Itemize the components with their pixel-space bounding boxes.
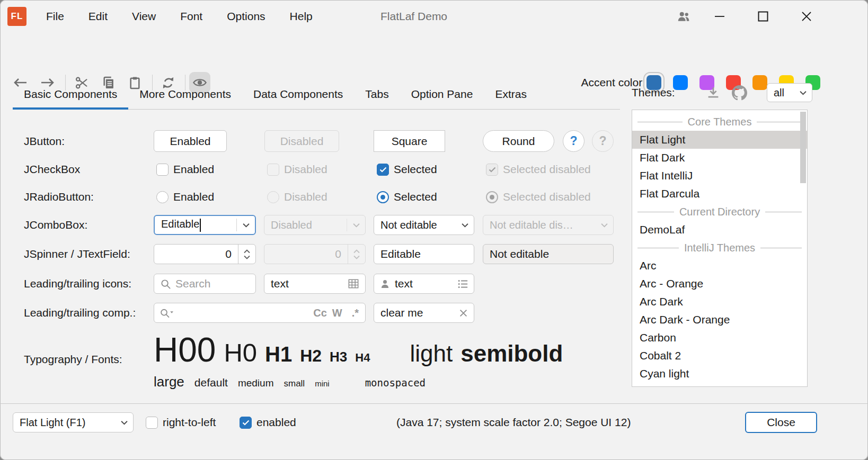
checkbox-enabled[interactable]: Enabled: [156, 163, 214, 176]
search-field[interactable]: Search: [154, 274, 256, 294]
chevron-down-icon[interactable]: [237, 223, 255, 228]
search-field-with-options[interactable]: Cc W .*: [154, 303, 366, 323]
theme-item-cobalt-2[interactable]: Cobalt 2: [632, 347, 807, 365]
h0-sample: H0: [224, 338, 257, 367]
leading-trailing-comp-row-label: Leading/trailing comp.:: [24, 303, 136, 323]
h1-sample: H1: [265, 342, 292, 366]
textfield-value: Not editable: [483, 248, 549, 260]
textfield-value[interactable]: Editable: [374, 248, 421, 260]
theme-item-flat-dark[interactable]: Flat Dark: [632, 149, 807, 167]
combobox-value[interactable]: Editable: [155, 218, 236, 231]
themes-filter-combobox[interactable]: all: [767, 83, 812, 102]
spinner-buttons: [348, 245, 365, 264]
tab-option-pane[interactable]: Option Pane: [400, 79, 484, 109]
accent-swatch-blue[interactable]: [673, 75, 688, 90]
theme-item-flat-intellij[interactable]: Flat IntelliJ: [632, 167, 807, 185]
theme-item-arc-orange[interactable]: Arc - Orange: [632, 275, 807, 293]
tab-more-components[interactable]: More Components: [128, 79, 242, 109]
close-window-button[interactable]: [794, 0, 819, 33]
jbutton-row-label: JButton:: [24, 130, 65, 152]
textfield-value[interactable]: text: [264, 277, 348, 290]
enabled-checkbox[interactable]: enabled: [240, 416, 296, 429]
theme-item-demolaf[interactable]: DemoLaf: [632, 221, 807, 239]
chevron-down-icon: [794, 91, 812, 95]
jcheckbox-row-label: JCheckBox: [24, 162, 80, 177]
tab-basic-components[interactable]: Basic Components: [13, 79, 128, 109]
jspinner-row-label: JSpinner / JTextField:: [24, 244, 130, 264]
theme-item-arc[interactable]: Arc: [632, 257, 807, 275]
radio-selected-disabled: Selected disabled: [486, 191, 591, 203]
flatlaf-demo-window: FL File Edit View Font Options Help Flat…: [0, 0, 868, 460]
theme-item-flat-darcula[interactable]: Flat Darcula: [632, 185, 807, 203]
search-placeholder: Search: [171, 277, 211, 290]
chevron-down-icon: [456, 223, 474, 228]
square-button[interactable]: Square: [374, 130, 445, 152]
spinner-enabled[interactable]: 0: [154, 244, 256, 264]
round-button[interactable]: Round: [483, 130, 554, 152]
theme-item-flat-light[interactable]: Flat Light: [632, 131, 807, 149]
radio-selected-icon: [377, 191, 389, 203]
small-sample: small: [284, 378, 305, 389]
close-button[interactable]: Close: [745, 412, 817, 433]
tab-extras[interactable]: Extras: [484, 79, 538, 109]
textfield-value[interactable]: text: [391, 277, 457, 290]
radio-selected[interactable]: Selected: [377, 191, 437, 203]
enabled-button[interactable]: Enabled: [154, 130, 227, 152]
theme-item-carbon[interactable]: Carbon: [632, 329, 807, 347]
right-to-left-checkbox[interactable]: right-to-left: [146, 416, 216, 429]
lookandfeel-value: Flat Light (F1): [13, 417, 115, 429]
checkbox-disabled: Disabled: [267, 163, 327, 176]
spinner-value[interactable]: 0: [154, 248, 238, 260]
menu-edit[interactable]: Edit: [76, 0, 120, 33]
clearable-textfield[interactable]: clear me: [374, 303, 474, 323]
minimize-icon: [714, 11, 725, 22]
whole-word-button[interactable]: W: [332, 307, 342, 319]
jcombobox-row-label: JComboBox:: [24, 215, 87, 235]
radio-icon: [156, 191, 169, 203]
clear-icon[interactable]: [459, 309, 467, 317]
maximize-button[interactable]: [750, 0, 776, 33]
textfield-trailing-icon[interactable]: text: [264, 274, 366, 294]
toolbar: Accent color:: [0, 33, 868, 68]
h2-sample: H2: [300, 346, 322, 366]
spinner-buttons[interactable]: [238, 245, 255, 264]
menu-font[interactable]: Font: [168, 0, 215, 33]
theme-item-arc-dark-orange[interactable]: Arc Dark - Orange: [632, 311, 807, 329]
textfield-leading-trailing-icons[interactable]: text: [374, 274, 474, 294]
themes-filter-value: all: [767, 87, 794, 99]
large-sample: large: [154, 374, 184, 390]
lookandfeel-combobox[interactable]: Flat Light (F1): [13, 412, 134, 432]
checkbox-checked-icon: [240, 417, 252, 429]
github-button[interactable]: [732, 85, 747, 101]
download-themes-button[interactable]: [705, 85, 721, 101]
menu-options[interactable]: Options: [215, 0, 277, 33]
radio-enabled[interactable]: Enabled: [156, 191, 214, 203]
users-button[interactable]: [671, 0, 696, 33]
textfield-value[interactable]: clear me: [374, 306, 459, 319]
tab-data-components[interactable]: Data Components: [242, 79, 354, 109]
menu-file[interactable]: File: [34, 0, 76, 33]
search-options-icon[interactable]: [160, 308, 174, 319]
regex-button[interactable]: .*: [352, 307, 359, 319]
theme-item-cyan-light[interactable]: Cyan light: [632, 365, 807, 383]
themes-scrollbar-thumb[interactable]: [800, 112, 806, 183]
leading-trailing-icons-row-label: Leading/trailing icons:: [24, 274, 131, 294]
minimize-button[interactable]: [707, 0, 732, 33]
textfield-editable[interactable]: Editable: [374, 244, 474, 264]
theme-item-arc-dark[interactable]: Arc Dark: [632, 293, 807, 311]
checkbox-icon: [156, 164, 169, 176]
combobox-not-editable[interactable]: Not editable: [374, 215, 474, 235]
text-caret: [200, 219, 201, 232]
system-info-text: (Java 17; system scale factor 2.0; Segoe…: [396, 412, 631, 432]
match-case-button[interactable]: Cc: [313, 307, 327, 319]
theme-group-label: Core Themes: [688, 116, 752, 128]
theme-item-dark-flat[interactable]: Dark Flat: [632, 383, 807, 387]
checkbox-selected[interactable]: Selected: [377, 163, 437, 176]
accent-swatch-orange[interactable]: [752, 75, 767, 90]
combobox-editable[interactable]: Editable: [154, 215, 256, 235]
menu-help[interactable]: Help: [278, 0, 325, 33]
tab-tabs[interactable]: Tabs: [354, 79, 400, 109]
h4-sample: H4: [355, 351, 370, 365]
help-button[interactable]: ?: [563, 130, 584, 152]
menu-view[interactable]: View: [120, 0, 168, 33]
